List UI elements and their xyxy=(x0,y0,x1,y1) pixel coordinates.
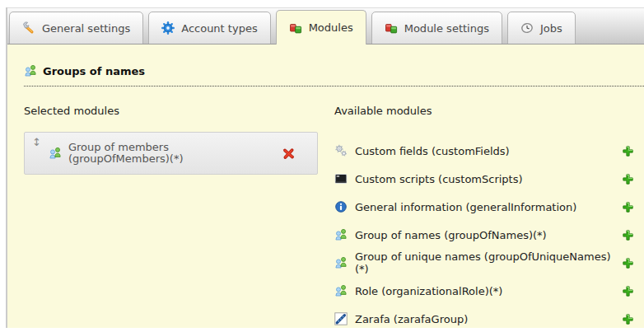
available-module-row: Custom scripts (customScripts) xyxy=(334,165,634,193)
clock-icon xyxy=(520,21,534,35)
add-module-icon[interactable] xyxy=(622,145,634,157)
available-module-row: Role (organizationalRole)(*) xyxy=(334,277,634,305)
available-module-row: Group of names (groupOfNames)(*) xyxy=(334,221,634,249)
group-icon xyxy=(334,228,348,241)
tab-modules[interactable]: Modules xyxy=(276,10,366,44)
tab-account-types[interactable]: Account types xyxy=(148,12,270,44)
available-module-label: General information (generalInformation) xyxy=(355,201,576,213)
add-module-icon[interactable] xyxy=(622,313,634,325)
selected-modules-label: Selected modules xyxy=(24,96,334,117)
tab-label: Modules xyxy=(309,21,353,34)
modules-icon xyxy=(289,21,302,35)
selected-modules-column: Selected modules ↕Group of members (grou… xyxy=(24,96,334,328)
available-module-label: Group of unique names (groupOfUniqueName… xyxy=(355,250,614,275)
settings-panel: General settingsAccount typesModulesModu… xyxy=(6,7,644,328)
section-title: Groups of names xyxy=(43,65,145,77)
available-module-row: Group of unique names (groupOfUniqueName… xyxy=(334,249,634,277)
group-icon xyxy=(24,64,37,77)
modules-columns: Selected modules ↕Group of members (grou… xyxy=(24,96,644,328)
available-module-label: Zarafa (zarafaGroup) xyxy=(355,313,468,325)
group-icon xyxy=(334,284,348,297)
tab-label: Module settings xyxy=(404,22,489,35)
available-module-label: Custom scripts (customScripts) xyxy=(355,173,523,185)
tab-jobs[interactable]: Jobs xyxy=(507,12,576,44)
add-module-icon[interactable] xyxy=(622,201,634,213)
section-heading: Groups of names xyxy=(24,44,644,87)
group-icon xyxy=(334,256,348,269)
available-modules-column: Available modules Custom fields (customF… xyxy=(334,96,644,328)
add-module-icon[interactable] xyxy=(622,173,634,185)
tab-label: General settings xyxy=(42,22,130,35)
available-module-label: Group of names (groupOfNames)(*) xyxy=(355,229,547,241)
modules-icon xyxy=(385,21,398,35)
group-icon xyxy=(49,147,62,160)
available-module-row: Zarafa (zarafaGroup) xyxy=(334,305,634,328)
available-modules-list: Custom fields (customFields)Custom scrip… xyxy=(334,137,634,328)
tab-content: Groups of names Selected modules ↕Group … xyxy=(7,44,644,328)
tab-label: Jobs xyxy=(540,22,562,35)
delete-module-icon[interactable] xyxy=(282,147,296,161)
selected-module-item: ↕Group of members (groupOfMembers)(*) xyxy=(24,132,318,175)
tab-module-settings[interactable]: Module settings xyxy=(371,12,502,44)
add-module-icon[interactable] xyxy=(622,285,634,297)
zarafa-icon xyxy=(334,312,348,325)
account-types-icon xyxy=(161,21,175,35)
available-module-row: Custom fields (customFields) xyxy=(334,137,634,165)
available-module-label: Custom fields (customFields) xyxy=(355,145,510,157)
add-module-icon[interactable] xyxy=(622,257,634,269)
drag-handle-icon[interactable]: ↕ xyxy=(25,133,47,148)
available-modules-label: Available modules xyxy=(334,96,634,117)
available-module-label: Role (organizationalRole)(*) xyxy=(355,285,502,297)
tab-general-settings[interactable]: General settings xyxy=(9,12,143,44)
tab-bar: General settingsAccount typesModulesModu… xyxy=(7,7,644,44)
tab-label: Account types xyxy=(181,22,257,35)
available-module-row: General information (generalInformation) xyxy=(334,193,634,221)
info-icon xyxy=(334,200,348,213)
wrench-icon xyxy=(22,21,35,35)
custom-scripts-icon xyxy=(334,172,348,185)
selected-modules-list: ↕Group of members (groupOfMembers)(*) xyxy=(24,132,334,175)
selected-module-label: Group of members (groupOfMembers)(*) xyxy=(68,142,237,165)
add-module-icon[interactable] xyxy=(622,229,634,241)
custom-fields-icon xyxy=(334,144,348,157)
